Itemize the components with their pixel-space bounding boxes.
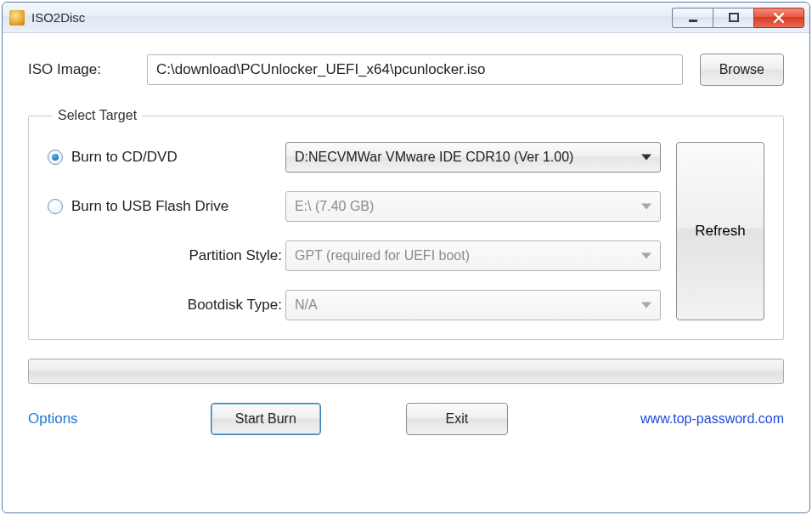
radio-icon	[48, 199, 63, 214]
bootdisk-label: Bootdisk Type:	[48, 297, 285, 314]
refresh-button[interactable]: Refresh	[676, 142, 764, 320]
usb-drive-value: E:\ (7.40 GB)	[295, 199, 374, 214]
chevron-down-icon	[641, 204, 651, 210]
partition-value: GPT (required for UEFI boot)	[295, 248, 470, 263]
website-link[interactable]: www.top-password.com	[640, 411, 784, 427]
usb-drive-select: E:\ (7.40 GB)	[285, 191, 661, 222]
partition-label: Partition Style:	[48, 247, 285, 264]
window-controls	[672, 8, 804, 28]
iso-path-input[interactable]	[147, 54, 683, 85]
content-area: ISO Image: Browse Select Target Burn to …	[3, 33, 809, 454]
target-legend: Select Target	[53, 108, 142, 123]
chevron-down-icon	[641, 303, 651, 308]
iso-row: ISO Image: Browse	[28, 54, 784, 86]
progress-bar	[28, 359, 784, 384]
radio-burn-cd[interactable]: Burn to CD/DVD	[48, 149, 285, 166]
chevron-down-icon	[641, 253, 651, 259]
window-title: ISO2Disc	[31, 10, 672, 25]
browse-button[interactable]: Browse	[700, 54, 784, 86]
exit-button[interactable]: Exit	[406, 403, 508, 435]
radio-usb-label: Burn to USB Flash Drive	[71, 198, 228, 215]
start-burn-button[interactable]: Start Burn	[211, 403, 321, 435]
close-button[interactable]	[753, 8, 804, 28]
minimize-button[interactable]	[672, 8, 713, 28]
minimize-icon	[687, 12, 699, 24]
close-icon	[772, 11, 786, 25]
cd-drive-select[interactable]: D:NECVMWar VMware IDE CDR10 (Ver 1.00)	[285, 142, 661, 173]
radio-burn-usb[interactable]: Burn to USB Flash Drive	[48, 198, 285, 215]
target-group: Select Target Burn to CD/DVD D:NECVMWar …	[28, 108, 784, 340]
radio-cd-label: Burn to CD/DVD	[71, 149, 178, 166]
radio-icon	[48, 150, 63, 165]
svg-rect-1	[730, 14, 738, 21]
bootdisk-type-select: N/A	[285, 290, 661, 320]
svg-rect-0	[689, 20, 697, 22]
bootdisk-value: N/A	[295, 297, 318, 313]
chevron-down-icon	[641, 155, 651, 161]
options-link[interactable]: Options	[28, 410, 78, 427]
cd-drive-value: D:NECVMWar VMware IDE CDR10 (Ver 1.00)	[295, 150, 573, 165]
title-bar: ISO2Disc	[3, 3, 809, 33]
partition-style-select: GPT (required for UEFI boot)	[285, 241, 661, 271]
app-icon	[9, 10, 25, 25]
maximize-icon	[728, 12, 740, 24]
bottom-row: Options Start Burn Exit www.top-password…	[28, 403, 784, 435]
iso-label: ISO Image:	[28, 61, 130, 78]
app-window: ISO2Disc ISO Image: Browse Select Target	[2, 2, 810, 513]
maximize-button[interactable]	[713, 8, 753, 28]
